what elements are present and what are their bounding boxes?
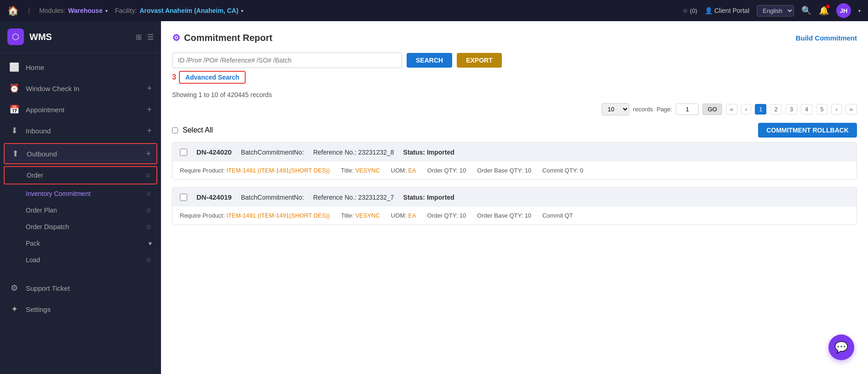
sidebar-item-label: Window Check In bbox=[26, 85, 147, 92]
window-check-in-expand-icon[interactable]: + bbox=[147, 84, 152, 93]
favorites-button[interactable]: ☆ (0) bbox=[683, 7, 697, 14]
record-checkbox[interactable] bbox=[180, 149, 187, 156]
sidebar-item-outbound[interactable]: ⬆ Outbound + bbox=[5, 144, 156, 163]
modules-value: Warehouse bbox=[68, 7, 103, 14]
pagination-page-5-button[interactable]: 5 bbox=[816, 104, 828, 115]
facility-value: Arovast Anaheim (Anaheim, CA) bbox=[139, 7, 238, 14]
commit-qty-partial: Commit QT bbox=[542, 212, 573, 219]
pagination-last-button[interactable]: » bbox=[845, 104, 857, 115]
client-portal-label: Client Portal bbox=[714, 7, 749, 14]
search-button[interactable]: SEARCH bbox=[407, 53, 452, 68]
inbound-expand-icon[interactable]: + bbox=[147, 126, 152, 136]
sidebar-item-appointment[interactable]: 📅 Appointment + bbox=[0, 99, 161, 120]
records-per-page-select[interactable]: 10 25 50 100 bbox=[602, 103, 629, 115]
pagination-first-button[interactable]: « bbox=[726, 104, 737, 115]
app-title: WMS bbox=[29, 32, 52, 42]
user-menu-chevron-icon[interactable]: ▾ bbox=[858, 8, 861, 13]
order-star-icon[interactable]: ☆ bbox=[145, 172, 151, 179]
facility-label: Facility: bbox=[115, 7, 137, 14]
advanced-search-row: 3 Advanced Search bbox=[172, 71, 857, 84]
record-body: Require Product: ITEM-1491 (ITEM-1491(SH… bbox=[172, 207, 857, 224]
grid-icon[interactable]: ⊞ bbox=[136, 33, 142, 41]
sidebar-item-window-check-in[interactable]: ⏰ Window Check In + bbox=[0, 78, 161, 99]
commitment-record: DN-424019 BatchCommitmentNo: Reference N… bbox=[172, 187, 857, 225]
outbound-expand-icon[interactable]: + bbox=[146, 149, 151, 159]
record-checkbox[interactable] bbox=[180, 194, 187, 201]
settings-icon: ✦ bbox=[9, 304, 19, 314]
sidebar-item-load[interactable]: Load ☆ bbox=[0, 252, 161, 268]
pagination-page-2-button[interactable]: 2 bbox=[770, 104, 782, 115]
build-commitment-button[interactable]: Build Commitment bbox=[796, 34, 857, 42]
pagination-page-4-button[interactable]: 4 bbox=[801, 104, 812, 115]
sidebar-item-support-ticket[interactable]: ⚙ Support Ticket bbox=[0, 277, 161, 299]
sidebar-item-label: Home bbox=[26, 63, 152, 71]
order-dispatch-star-icon[interactable]: ☆ bbox=[146, 223, 152, 230]
notifications-icon[interactable]: 🔔 bbox=[819, 6, 829, 16]
sidebar-item-order-dispatch[interactable]: Order Dispatch ☆ bbox=[0, 219, 161, 235]
pagination-prev-button[interactable]: ‹ bbox=[741, 104, 751, 115]
sidebar-item-label: Inbound bbox=[26, 127, 147, 135]
record-id: DN-424020 bbox=[196, 148, 232, 156]
pagination-row: 10 25 50 100 records Page: GO « ‹ 1 2 3 … bbox=[172, 103, 857, 115]
commitment-report-icon: ⚙ bbox=[172, 32, 180, 43]
home-icon[interactable]: 🏠 bbox=[7, 5, 19, 16]
support-ticket-icon: ⚙ bbox=[9, 283, 19, 293]
order-plan-star-icon[interactable]: ☆ bbox=[146, 207, 152, 214]
record-batch: BatchCommitmentNo: bbox=[241, 149, 304, 156]
inventory-commitment-star-icon[interactable]: ☆ bbox=[146, 190, 152, 197]
modules-chevron-icon: ▾ bbox=[105, 8, 108, 13]
advanced-search-button[interactable]: Advanced Search bbox=[179, 71, 246, 84]
sidebar-item-label: Pack bbox=[26, 240, 40, 247]
record-reference: Reference No.: 23231232_7 bbox=[313, 194, 394, 201]
sidebar-item-home[interactable]: ⬜ Home bbox=[0, 57, 161, 78]
main-content: ⚙ Commitment Report Build Commitment SEA… bbox=[161, 21, 868, 374]
chat-icon: 💬 bbox=[834, 341, 848, 354]
search-input[interactable] bbox=[172, 52, 402, 68]
pagination-page-1-button[interactable]: 1 bbox=[755, 104, 766, 115]
uom-field: UOM: EA bbox=[391, 167, 416, 174]
sidebar-item-order[interactable]: Order ☆ bbox=[5, 167, 156, 184]
order-base-qty-field: Order Base QTY: 10 bbox=[477, 167, 531, 174]
page-title: ⚙ Commitment Report bbox=[172, 32, 272, 43]
menu-icon[interactable]: ☰ bbox=[147, 33, 154, 41]
order-base-qty-field: Order Base QTY: 10 bbox=[477, 212, 531, 219]
appointment-expand-icon[interactable]: + bbox=[147, 105, 152, 115]
go-button[interactable]: GO bbox=[702, 104, 722, 115]
sidebar-item-label: Inventory Commitment bbox=[26, 190, 91, 197]
inbound-icon: ⬇ bbox=[9, 126, 19, 136]
facility-selector[interactable]: Facility: Arovast Anaheim (Anaheim, CA) … bbox=[115, 7, 243, 14]
sidebar-item-inventory-commitment[interactable]: Inventory Commitment ☆ bbox=[0, 185, 161, 202]
client-portal-link[interactable]: 👤 Client Portal bbox=[705, 7, 749, 14]
commitment-rollback-button[interactable]: COMMITMENT ROLLBACK bbox=[758, 123, 857, 138]
appointment-icon: 📅 bbox=[9, 104, 19, 115]
load-star-icon[interactable]: ☆ bbox=[146, 256, 152, 264]
sidebar-item-inbound[interactable]: ⬇ Inbound + bbox=[0, 120, 161, 141]
chat-fab-button[interactable]: 💬 bbox=[828, 334, 854, 360]
record-header: DN-424019 BatchCommitmentNo: Reference N… bbox=[172, 188, 857, 207]
outbound-icon: ⬆ bbox=[10, 149, 20, 159]
pagination-page-3-button[interactable]: 3 bbox=[786, 104, 797, 115]
page-label: Page: bbox=[656, 106, 672, 113]
sidebar-item-label: Appointment bbox=[26, 106, 147, 114]
title-field: Title: VESYNC bbox=[341, 212, 380, 219]
pagination-next-button[interactable]: › bbox=[831, 104, 841, 115]
export-button[interactable]: EXPORT bbox=[457, 53, 502, 68]
avatar[interactable]: JH bbox=[836, 3, 851, 18]
record-body: Require Product: ITEM-1491 (ITEM-1491(SH… bbox=[172, 161, 857, 179]
language-selector[interactable]: English bbox=[757, 5, 794, 17]
search-icon[interactable]: 🔍 bbox=[801, 6, 811, 16]
sidebar-item-order-plan[interactable]: Order Plan ☆ bbox=[0, 202, 161, 219]
sidebar-item-settings[interactable]: ✦ Settings bbox=[0, 299, 161, 320]
sidebar-item-label: Outbound bbox=[27, 150, 146, 158]
select-all-checkbox[interactable] bbox=[172, 127, 178, 133]
sidebar-item-label: Load bbox=[26, 256, 40, 264]
star-icon: ☆ bbox=[683, 7, 688, 14]
page-header: ⚙ Commitment Report Build Commitment bbox=[172, 32, 857, 43]
commit-qty-field: Commit QTY: 0 bbox=[542, 167, 583, 174]
page-number-input[interactable] bbox=[676, 104, 699, 115]
favorites-count: (0) bbox=[690, 7, 697, 14]
modules-selector[interactable]: Modules: Warehouse ▾ bbox=[39, 7, 108, 14]
sidebar-header: ⬡ WMS ⊞ ☰ bbox=[0, 21, 161, 53]
sidebar: ⬡ WMS ⊞ ☰ ⬜ Home ⏰ Window Check In + 📅 bbox=[0, 21, 161, 374]
sidebar-item-pack[interactable]: Pack ▾ bbox=[0, 235, 161, 252]
